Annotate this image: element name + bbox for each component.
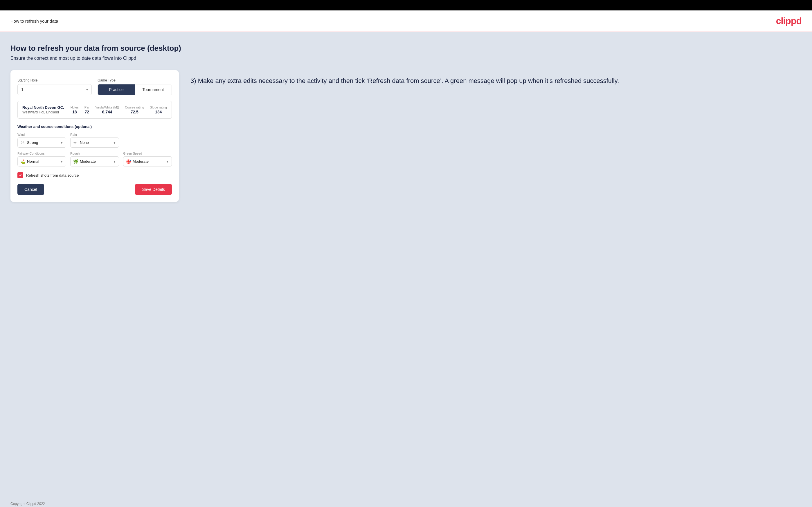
page-subheading: Ensure the correct and most up to date d… [10, 56, 802, 61]
form-row-1: Starting Hole 1 ▼ Game Type Practice Tou… [17, 78, 172, 95]
content-area: Starting Hole 1 ▼ Game Type Practice Tou… [10, 70, 802, 202]
wind-group: Wind 🌬 Strong ▼ [17, 133, 66, 148]
fairway-select[interactable]: Normal [17, 156, 66, 167]
header: How to refresh your data clippd [0, 10, 812, 32]
header-title: How to refresh your data [10, 18, 58, 23]
stat-yards-label: Yards/White (M)) [95, 106, 119, 109]
stat-par-value: 72 [85, 110, 89, 114]
rough-select[interactable]: Moderate [70, 156, 119, 167]
form-card: Starting Hole 1 ▼ Game Type Practice Tou… [10, 70, 179, 202]
logo: clippd [776, 16, 802, 26]
page-heading: How to refresh your data from source (de… [10, 44, 802, 53]
starting-hole-select-wrapper: 1 ▼ [17, 84, 92, 95]
stat-par-label: Par [85, 106, 89, 109]
fairway-label: Fairway Conditions [17, 152, 66, 155]
stat-holes-label: Holes [70, 106, 79, 109]
main-content: How to refresh your data from source (de… [0, 32, 812, 497]
stat-course-rating: Course rating 72.5 [125, 106, 144, 114]
fairway-select-wrapper: ⛳ Normal ▼ [17, 156, 66, 167]
game-type-label: Game Type [98, 78, 172, 82]
top-bar [0, 0, 812, 10]
starting-hole-group: Starting Hole 1 ▼ [17, 78, 92, 95]
rough-select-wrapper: 🌿 Moderate ▼ [70, 156, 119, 167]
green-speed-select-wrapper: 🎯 Moderate ▼ [123, 156, 172, 167]
description-panel: 3) Make any extra edits necessary to the… [191, 70, 802, 86]
course-name-block: Royal North Devon GC, Westward Ho!, Engl… [22, 105, 65, 114]
rain-label: Rain [70, 133, 119, 136]
stat-par: Par 72 [85, 106, 89, 114]
button-row: Cancel Save Details [17, 184, 172, 195]
course-info-box: Royal North Devon GC, Westward Ho!, Engl… [17, 101, 172, 119]
stat-course-rating-value: 72.5 [131, 110, 139, 114]
game-type-group: Game Type Practice Tournament [98, 78, 172, 95]
starting-hole-select[interactable]: 1 [17, 84, 92, 95]
game-type-toggle: Practice Tournament [98, 84, 172, 95]
wind-label: Wind [17, 133, 66, 136]
green-speed-group: Green Speed 🎯 Moderate ▼ [123, 152, 172, 167]
stat-slope-rating-label: Slope rating [150, 106, 167, 109]
footer: Copyright Clippd 2022 [0, 497, 812, 507]
conditions-section-title: Weather and course conditions (optional) [17, 124, 172, 129]
refresh-checkbox[interactable] [17, 172, 23, 178]
rain-select[interactable]: None [70, 137, 119, 148]
green-speed-select[interactable]: Moderate [123, 156, 172, 167]
rough-label: Rough [70, 152, 119, 155]
footer-copyright: Copyright Clippd 2022 [10, 502, 45, 506]
course-name: Royal North Devon GC, [22, 105, 65, 110]
stat-yards-value: 6,744 [102, 110, 112, 114]
stat-slope-rating: Slope rating 134 [150, 106, 167, 114]
starting-hole-label: Starting Hole [17, 78, 92, 82]
rain-select-wrapper: ☀ None ▼ [70, 137, 119, 148]
description-text: 3) Make any extra edits necessary to the… [191, 76, 802, 86]
wind-rain-row: Wind 🌬 Strong ▼ Rain ☀ None [17, 133, 172, 148]
fairway-rough-green-row: Fairway Conditions ⛳ Normal ▼ Rough 🌿 [17, 152, 172, 167]
placeholder-group [123, 133, 172, 148]
wind-select[interactable]: Strong [17, 137, 66, 148]
refresh-label: Refresh shots from data source [26, 173, 79, 177]
practice-button[interactable]: Practice [98, 84, 135, 95]
stat-holes-value: 18 [72, 110, 77, 114]
stat-slope-rating-value: 134 [155, 110, 162, 114]
stat-course-rating-label: Course rating [125, 106, 144, 109]
save-details-button[interactable]: Save Details [135, 184, 172, 195]
tournament-button[interactable]: Tournament [135, 84, 171, 95]
stat-holes: Holes 18 [70, 106, 79, 114]
course-stats: Holes 18 Par 72 Yards/White (M)) 6,744 C… [70, 106, 167, 114]
course-location: Westward Ho!, England [22, 110, 65, 114]
refresh-row: Refresh shots from data source [17, 172, 172, 178]
green-speed-label: Green Speed [123, 152, 172, 155]
rain-group: Rain ☀ None ▼ [70, 133, 119, 148]
wind-select-wrapper: 🌬 Strong ▼ [17, 137, 66, 148]
rough-group: Rough 🌿 Moderate ▼ [70, 152, 119, 167]
cancel-button[interactable]: Cancel [17, 184, 44, 195]
stat-yards: Yards/White (M)) 6,744 [95, 106, 119, 114]
fairway-group: Fairway Conditions ⛳ Normal ▼ [17, 152, 66, 167]
